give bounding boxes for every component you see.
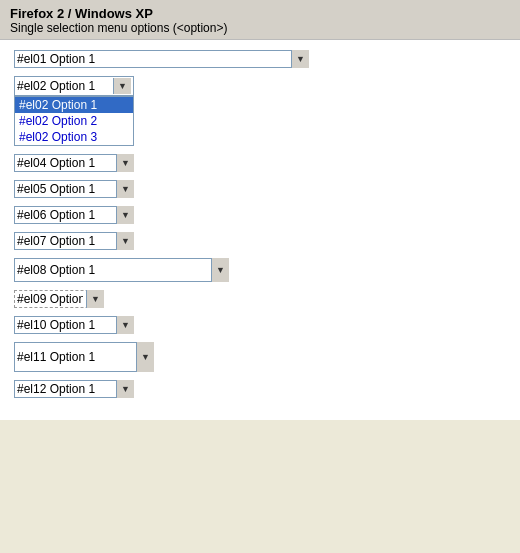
el02-option-3[interactable]: #el02 Option 3 — [15, 129, 133, 145]
el11-row: #el11 Option 1 #el11 Option 2 — [14, 342, 506, 372]
el02-dropdown-list[interactable]: #el02 Option 1 #el02 Option 2 #el02 Opti… — [14, 96, 134, 146]
el02-wrapper[interactable]: #el02 Option 1 #el02 Option 1 #el02 Opti… — [14, 76, 134, 96]
el02-option-1[interactable]: #el02 Option 1 — [15, 97, 133, 113]
el09-wrapper[interactable]: #el09 Option 1 — [14, 290, 104, 308]
el07-row: #el07 Option 1 #el07 Option 2 — [14, 232, 506, 250]
el11-select[interactable]: #el11 Option 1 #el11 Option 2 — [14, 342, 154, 372]
el10-row: #el10 Option 1 #el10 Option 2 — [14, 316, 506, 334]
el06-wrapper[interactable]: #el06 Option 1 #el06 Option 2 — [14, 206, 134, 224]
el10-select[interactable]: #el10 Option 1 #el10 Option 2 — [14, 316, 134, 334]
el08-wrapper[interactable]: #el08 Option 1 #el08 Option 2 — [14, 258, 229, 282]
header-title: Firefox 2 / Windows XP — [10, 6, 510, 21]
el04-wrapper[interactable]: #el04 Option 1 #el04 Option 2 — [14, 154, 134, 172]
el05-wrapper[interactable]: #el05 Option 1 #el05 Option 2 — [14, 180, 134, 198]
el05-row: #el05 Option 1 #el05 Option 2 — [14, 180, 506, 198]
el07-wrapper[interactable]: #el07 Option 1 #el07 Option 2 — [14, 232, 134, 250]
el02-header[interactable]: #el02 Option 1 — [14, 76, 134, 96]
el01-wrapper[interactable]: #el01 Option 1 #el01 Option 2 #el01 Opti… — [14, 50, 309, 68]
el01-row: #el01 Option 1 #el01 Option 2 #el01 Opti… — [14, 50, 506, 68]
el02-header-arrow — [113, 78, 131, 94]
el09-row: #el09 Option 1 — [14, 290, 506, 308]
el04-select[interactable]: #el04 Option 1 #el04 Option 2 — [14, 154, 134, 172]
el12-wrapper[interactable]: #el12 Option 1 #el12 Option 2 — [14, 380, 134, 398]
el08-select[interactable]: #el08 Option 1 #el08 Option 2 — [14, 258, 229, 282]
content: #el01 Option 1 #el01 Option 2 #el01 Opti… — [0, 40, 520, 420]
el01-select[interactable]: #el01 Option 1 #el01 Option 2 #el01 Opti… — [14, 50, 309, 68]
el07-select[interactable]: #el07 Option 1 #el07 Option 2 — [14, 232, 134, 250]
header-subtitle: Single selection menu options (<option>) — [10, 21, 510, 35]
el09-select[interactable]: #el09 Option 1 — [14, 290, 104, 308]
el02-header-text: #el02 Option 1 — [17, 79, 113, 93]
el02-row: #el02 Option 1 #el02 Option 1 #el02 Opti… — [14, 76, 506, 96]
el08-row: #el08 Option 1 #el08 Option 2 — [14, 258, 506, 282]
el04-row: #el04 Option 1 #el04 Option 2 — [14, 154, 506, 172]
el06-row: #el06 Option 1 #el06 Option 2 — [14, 206, 506, 224]
el12-row: #el12 Option 1 #el12 Option 2 — [14, 380, 506, 398]
el05-select[interactable]: #el05 Option 1 #el05 Option 2 — [14, 180, 134, 198]
el02-option-2[interactable]: #el02 Option 2 — [15, 113, 133, 129]
header: Firefox 2 / Windows XP Single selection … — [0, 0, 520, 40]
el06-select[interactable]: #el06 Option 1 #el06 Option 2 — [14, 206, 134, 224]
el10-wrapper[interactable]: #el10 Option 1 #el10 Option 2 — [14, 316, 134, 334]
el11-wrapper[interactable]: #el11 Option 1 #el11 Option 2 — [14, 342, 154, 372]
el12-select[interactable]: #el12 Option 1 #el12 Option 2 — [14, 380, 134, 398]
